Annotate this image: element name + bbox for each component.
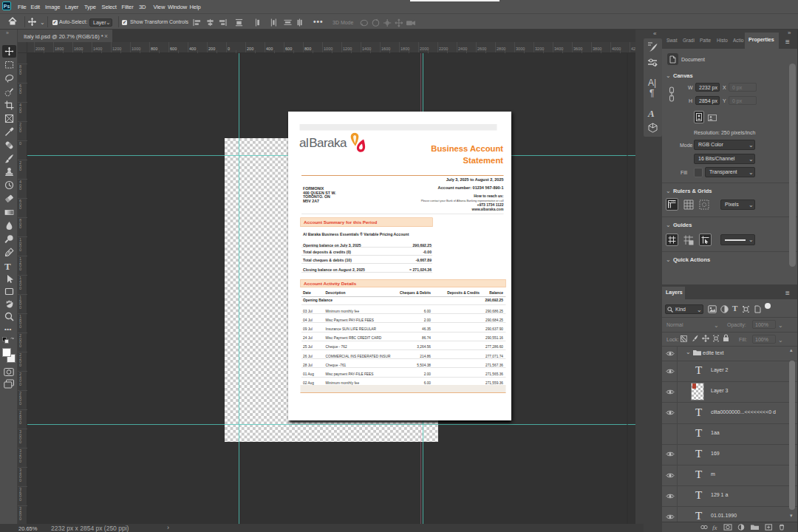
svg-text:fx: fx: [712, 524, 717, 531]
